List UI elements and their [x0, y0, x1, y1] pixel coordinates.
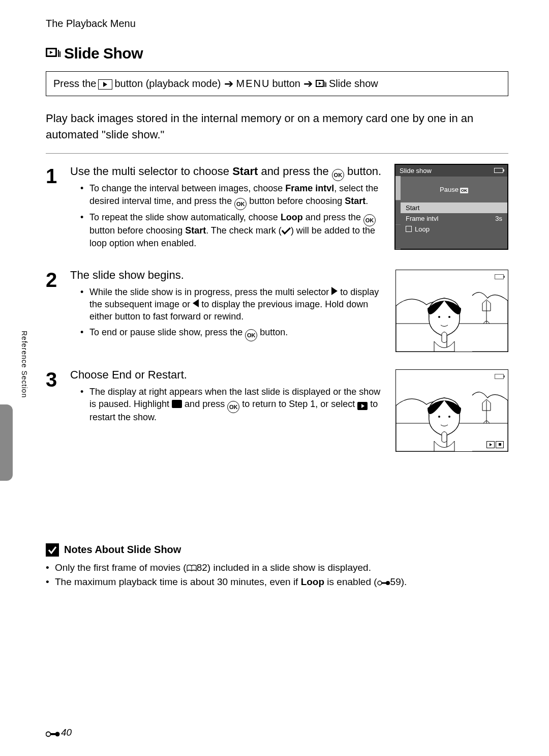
- menu-row-loop: Loop: [401, 224, 507, 235]
- text: The maximum playback time is about 30 mi…: [55, 576, 301, 587]
- text: is enabled (: [324, 576, 377, 587]
- stop-icon: [172, 400, 182, 408]
- text: button before choosing: [247, 196, 345, 206]
- play-icon: [357, 402, 368, 410]
- step-heading: Use the multi selector to choose Start a…: [70, 164, 385, 179]
- text: button before choosing: [89, 225, 185, 236]
- text: Only the first frame of movies (: [55, 562, 187, 573]
- value: 3s: [495, 215, 502, 222]
- slideshow-icon: [46, 47, 61, 60]
- svg-rect-9: [326, 82, 327, 87]
- note-item: The maximum playback time is about 30 mi…: [46, 575, 508, 590]
- step-heading: The slide show begins.: [70, 268, 386, 283]
- text: ) included in a slide show is displayed.: [207, 562, 371, 573]
- play-stop-controls: [486, 441, 504, 448]
- svg-rect-23: [381, 583, 386, 584]
- bullet-item: The display at right appears when the la…: [80, 386, 386, 424]
- ok-button-icon: OK: [227, 401, 239, 413]
- step-heading: Choose End or Restart.: [70, 367, 386, 383]
- text: and press the: [258, 165, 332, 178]
- step-2: 2 The slide show begins. While the slide…: [46, 257, 508, 357]
- svg-point-25: [55, 732, 60, 737]
- svg-point-14: [448, 316, 450, 318]
- step-number: 3: [46, 367, 70, 452]
- arrow-right-icon: ➔: [224, 78, 233, 90]
- svg-point-18: [438, 416, 440, 418]
- screen-title: Slide show: [400, 167, 432, 175]
- mini-play-icon: [486, 441, 495, 448]
- tab-strip: [395, 176, 401, 249]
- svg-point-22: [386, 581, 390, 585]
- bullet-item: To repeat the slide show automatically, …: [80, 211, 385, 249]
- step-1: 1 Use the multi selector to choose Start…: [46, 154, 508, 257]
- battery-icon: [495, 374, 504, 379]
- camera-screen-mockup: Slide show PauseOK Start Frame intvl3s L…: [394, 164, 508, 250]
- page-footer: 40: [46, 727, 72, 738]
- text: To end or pause slide show, press the: [89, 327, 245, 337]
- notes-check-icon: [46, 543, 59, 557]
- menu-row-frame-intvl: Frame intvl3s: [401, 213, 507, 224]
- triangle-right-icon: [331, 287, 338, 295]
- menu-word: MENU: [236, 78, 270, 90]
- text-bold: Start: [232, 165, 258, 178]
- playback-button-icon: [98, 79, 112, 90]
- step-3: 3 Choose End or Restart. The display at …: [46, 357, 508, 457]
- svg-rect-26: [50, 733, 55, 735]
- pause-label: Pause: [440, 186, 459, 193]
- bullet-item: While the slide show is in progress, pre…: [80, 286, 386, 323]
- text-bold: Start: [345, 196, 365, 206]
- svg-point-19: [448, 416, 450, 418]
- illustration-photo-controls: [395, 369, 508, 452]
- intro-paragraph: Play back images stored in the internal …: [46, 110, 508, 143]
- svg-point-21: [378, 581, 382, 585]
- step-number: 1: [46, 164, 70, 252]
- arrow-right-icon: ➔: [303, 78, 313, 90]
- manual-ref-icon: [187, 565, 197, 572]
- note-item: Only the first frame of movies (82) incl…: [46, 561, 508, 575]
- checkbox-icon: [406, 226, 412, 232]
- illustration-photo: [395, 270, 508, 352]
- nav-text: button (playback mode): [114, 78, 221, 90]
- text: .: [365, 196, 368, 206]
- text: To change the interval between images, c…: [89, 183, 285, 193]
- nav-text: Press the: [53, 78, 96, 90]
- text-bold: Loop: [281, 212, 303, 222]
- text: Use the multi selector to choose: [70, 165, 232, 178]
- mini-stop-icon: [496, 441, 504, 448]
- svg-point-13: [438, 316, 440, 318]
- nav-text: Slide show: [329, 78, 378, 90]
- text: . The check mark (: [206, 225, 282, 236]
- text-bold: Loop: [301, 576, 324, 587]
- text: button.: [344, 165, 381, 178]
- text: While the slide show is in progress, pre…: [89, 287, 331, 297]
- text: button.: [257, 327, 288, 337]
- slideshow-small-icon: [316, 79, 327, 89]
- page-title: Slide Show: [64, 45, 143, 62]
- text: Loop: [415, 225, 430, 233]
- ok-button-icon: OK: [332, 169, 344, 181]
- navigation-path-box: Press the button (playback mode) ➔ MENU …: [46, 71, 508, 96]
- text: to return to Step 1, or select: [239, 399, 357, 409]
- checkmark-icon: [282, 225, 291, 238]
- text: To repeat the slide show automatically, …: [89, 212, 281, 222]
- reference-section-icon: [377, 579, 390, 587]
- ok-button-icon: OK: [363, 214, 376, 226]
- notes-section: Notes About Slide Show Only the first fr…: [46, 543, 508, 590]
- bullet-item: To end or pause slide show, press the OK…: [80, 326, 386, 339]
- text: and press the: [303, 212, 363, 222]
- svg-rect-8: [324, 81, 325, 87]
- ok-small-icon: OK: [460, 188, 468, 193]
- bullet-item: To change the interval between images, c…: [80, 182, 385, 208]
- text-bold: Start: [185, 225, 206, 236]
- text-bold: Frame intvl: [285, 183, 334, 193]
- notes-title: Notes About Slide Show: [64, 544, 181, 556]
- triangle-left-icon: [193, 299, 199, 307]
- svg-rect-4: [59, 51, 60, 57]
- ref-number: 59: [390, 576, 401, 587]
- header-section-title: The Playback Menu: [46, 18, 508, 30]
- ref-number: 82: [197, 562, 207, 573]
- battery-icon: [495, 274, 504, 279]
- reference-section-icon: [46, 731, 60, 738]
- svg-point-24: [46, 732, 51, 737]
- battery-icon: [494, 168, 503, 173]
